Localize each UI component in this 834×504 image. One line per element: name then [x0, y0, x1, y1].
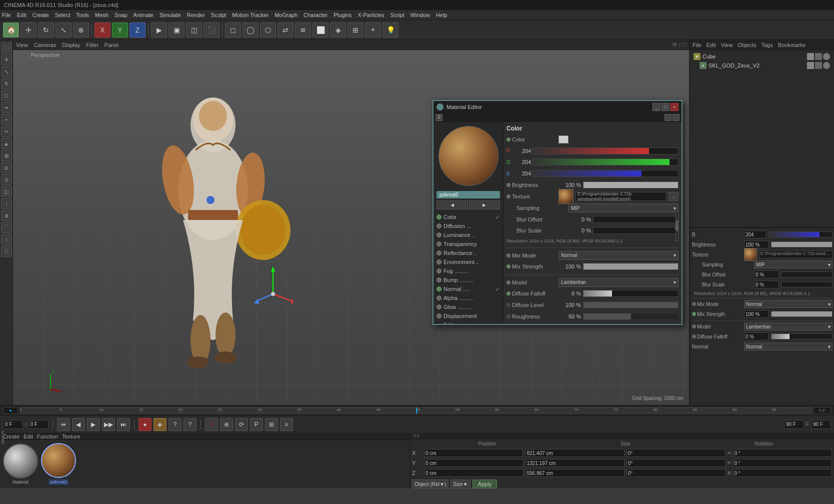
toolbar-obj3-btn[interactable]: ⬡ — [260, 22, 276, 38]
toolbar-obj9-btn[interactable]: ⌖ — [365, 22, 381, 38]
menu-edit[interactable]: Edit — [17, 12, 26, 18]
coord-size-mode-dropdown[interactable]: Size▼ — [450, 480, 470, 488]
sidebar-edge-icon[interactable]: ━ — [1, 102, 12, 113]
coord-object-rel-dropdown[interactable]: Object (Rel▼) — [412, 480, 448, 488]
tree-item-zeus[interactable]: ♦ SKL_GOD_Zeus_V2 — [692, 61, 832, 70]
channel-diffusion[interactable]: Diffusion ... — [434, 222, 503, 230]
toolbar-render-btn[interactable]: ▶ — [151, 22, 167, 38]
coord-z-size[interactable]: 556.967 cm — [526, 469, 625, 477]
channel-reflectance[interactable]: Reflectance .. — [434, 248, 503, 258]
toolbar-rotate-btn[interactable]: ↻ — [38, 22, 54, 38]
playback-project-btn[interactable]: P — [250, 418, 263, 431]
menu-select[interactable]: Select — [55, 12, 70, 18]
menu-motion-tracker[interactable]: Motion Tracker — [232, 12, 268, 18]
playback-endtime-input[interactable] — [28, 420, 48, 429]
me-r-slider[interactable] — [532, 148, 678, 154]
tree-cube-lock-btn[interactable] — [815, 53, 822, 60]
material-item-2[interactable]: pskmat0 — [41, 443, 76, 485]
prop-mix-mode-dropdown[interactable]: Normal▾ — [744, 300, 832, 308]
menu-create[interactable]: Create — [32, 12, 49, 18]
toolbar-render-view-btn[interactable]: ◫ — [186, 22, 202, 38]
menu-character[interactable]: Character — [304, 12, 328, 18]
me-pin-btn[interactable] — [672, 114, 680, 121]
sidebar-hair-icon[interactable]: 𝄚 — [1, 246, 12, 257]
tree-zeus-vis-btn[interactable] — [807, 62, 814, 69]
sidebar-point-icon[interactable]: • — [1, 114, 12, 125]
me-assign-handle[interactable]: Assign — [676, 211, 678, 241]
prop-brightness-slider[interactable] — [771, 242, 832, 248]
menu-help[interactable]: Help — [436, 12, 448, 18]
menu-render[interactable]: Render — [187, 12, 205, 18]
menu-xparticles[interactable]: X-Particles — [358, 12, 384, 18]
toolbar-cursor-btn[interactable]: ⊕ — [73, 22, 89, 38]
coord-y-size[interactable]: 1321.197 cm — [526, 459, 625, 467]
playback-play-btn[interactable]: ▶ — [87, 418, 100, 431]
sidebar-twist-icon[interactable]: ↕ — [1, 234, 12, 245]
sidebar-move-icon[interactable]: ✛ — [1, 54, 12, 65]
channel-environment[interactable]: Environment .. — [434, 258, 503, 266]
mat-tab-function[interactable]: Function — [37, 434, 58, 440]
menu-sculpt[interactable]: Sculpt — [211, 12, 226, 18]
timeline-track[interactable]: 0 5 10 15 20 25 30 35 40 45 50 55 60 65 … — [20, 407, 812, 414]
me-sampling-dropdown[interactable]: MIP▾ — [568, 204, 678, 212]
playback-fwd-btn[interactable]: ⏭ — [117, 418, 130, 431]
tree-item-cube[interactable]: ■ Cube — [692, 52, 832, 61]
sidebar-brush-icon[interactable]: ◎ — [1, 162, 12, 173]
prop-diffuse-falloff-input[interactable] — [744, 332, 769, 340]
coord-z-pos[interactable]: 0 cm — [424, 469, 524, 477]
coord-x-pos[interactable]: 0 cm — [424, 449, 523, 457]
channel-fog[interactable]: Fog ......... — [434, 266, 503, 276]
toolbar-obj2-btn[interactable]: ◯ — [242, 22, 258, 38]
channel-color[interactable]: Color ✓ — [434, 212, 503, 222]
menu-tools[interactable]: Tools — [76, 12, 89, 18]
me-model-dropdown[interactable]: Lambertian▾ — [558, 278, 678, 287]
channel-alpha[interactable]: Alpha ......... — [434, 294, 503, 302]
toolbar-obj1-btn[interactable]: ◻ — [225, 22, 241, 38]
sidebar-scale-icon[interactable]: ⤡ — [1, 66, 12, 77]
prop-texture-path[interactable]: E:\Programs\blender-2.72b-windows64\Umod… — [759, 250, 832, 258]
prop-sampling-dropdown[interactable]: MIP▾ — [754, 260, 832, 268]
prop-mix-strength-input[interactable] — [744, 310, 769, 318]
sidebar-extrude-icon[interactable]: ▲ — [1, 138, 12, 149]
sidebar-poly-icon[interactable]: ⬠ — [1, 90, 12, 101]
playback-frame-end[interactable] — [811, 420, 831, 429]
toolbar-y-btn[interactable]: Y — [112, 22, 128, 38]
right-menu-edit[interactable]: Edit — [706, 42, 716, 48]
menu-mograph[interactable]: MoGraph — [274, 12, 298, 18]
menu-window[interactable]: Window — [410, 12, 430, 18]
coord-y-rot2[interactable] — [733, 459, 832, 467]
channel-transparency[interactable]: Transparency — [434, 240, 503, 248]
me-mix-strength-slider[interactable] — [583, 263, 678, 270]
coord-x-rot2[interactable] — [733, 449, 832, 457]
playback-auto-record-btn[interactable]: ◈ — [154, 418, 166, 431]
sidebar-rotate-icon[interactable]: ↻ — [1, 78, 12, 89]
toolbar-obj7-btn[interactable]: ◈ — [330, 22, 346, 38]
toolbar-render-all-btn[interactable]: ⬛ — [204, 22, 220, 38]
tree-cube-render-btn[interactable] — [823, 53, 830, 60]
menu-file[interactable]: File — [2, 12, 11, 18]
me-blur-scale-slider[interactable] — [593, 227, 678, 234]
prop-brightness-input[interactable] — [744, 240, 769, 248]
material-editor-minimize-btn[interactable]: _ — [652, 103, 660, 111]
channel-bump[interactable]: Bump ......... — [434, 276, 503, 284]
right-menu-bookmarks[interactable]: Bookmarks — [778, 42, 806, 48]
me-grip[interactable]: ⠿ — [436, 114, 442, 121]
prop-blur-scale-slider[interactable] — [781, 282, 832, 288]
playback-more-btn[interactable]: ≡ — [280, 418, 293, 431]
playback-motion-btn[interactable]: ⟳ — [235, 418, 248, 431]
vp-tab-filter[interactable]: Filter — [86, 42, 98, 48]
vp-tab-cameras[interactable]: Cameras — [34, 42, 56, 48]
coord-z-rot2[interactable] — [733, 469, 832, 477]
me-mat-prev-btn[interactable]: ◀ — [436, 200, 468, 210]
menu-simulate[interactable]: Simulate — [160, 12, 181, 18]
me-mix-mode-dropdown[interactable]: Normal▾ — [558, 251, 678, 260]
sidebar-mirror-icon[interactable]: ◫ — [1, 186, 12, 197]
material-editor-mat-name[interactable]: pskmat0 — [436, 191, 500, 198]
channel-editor[interactable]: Editor ...... — [434, 320, 503, 324]
tree-cube-vis-btn[interactable] — [807, 53, 814, 60]
toolbar-scale-btn[interactable]: ⤡ — [56, 22, 72, 38]
vp-tab-panel[interactable]: Panel — [104, 42, 118, 48]
channel-glow[interactable]: Glow ......... — [434, 302, 503, 312]
playback-frame-start[interactable] — [784, 420, 804, 429]
toolbar-obj8-btn[interactable]: ⊞ — [348, 22, 364, 38]
